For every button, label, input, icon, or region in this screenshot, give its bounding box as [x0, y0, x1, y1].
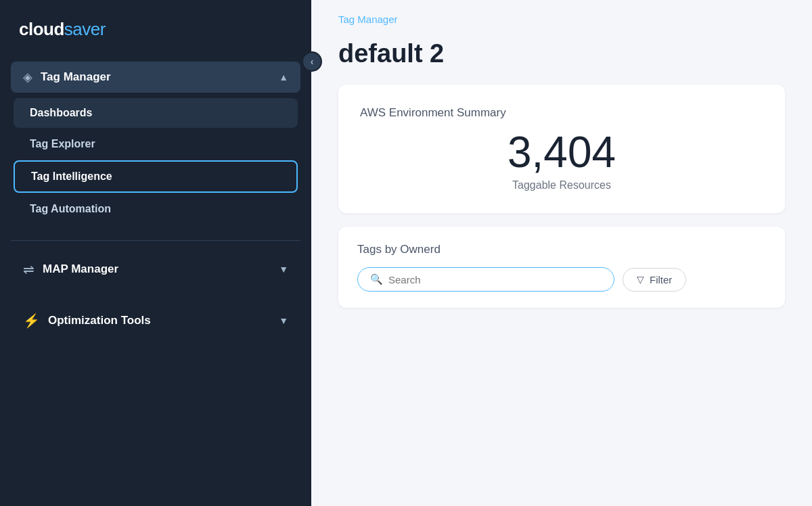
content-area: AWS Environment Summary 3,404 Taggable R… — [311, 85, 812, 308]
map-manager-section: ⇌ MAP Manager ▼ — [0, 246, 311, 298]
tag-manager-label: Tag Manager — [41, 70, 111, 84]
optimization-tools-section: ⚡ Optimization Tools ▼ — [0, 298, 311, 349]
search-input[interactable] — [388, 274, 602, 285]
tags-by-owner-title: Tags by Ownerd — [357, 243, 766, 256]
map-manager-group-header[interactable]: ⇌ MAP Manager ▼ — [11, 252, 300, 287]
aws-environment-summary-card: AWS Environment Summary 3,404 Taggable R… — [338, 85, 785, 213]
sidebar-collapse-button[interactable]: ‹ — [302, 51, 322, 72]
search-filter-row: 🔍 ▽ Filter — [357, 267, 766, 292]
optimization-tools-icon: ⚡ — [23, 313, 40, 329]
collapse-icon: ‹ — [311, 56, 314, 67]
tag-manager-chevron-icon: ▲ — [279, 72, 288, 83]
map-manager-label: MAP Manager — [43, 262, 118, 276]
page-title: default 2 — [311, 32, 812, 85]
tag-manager-sub-items: Dashboards Tag Explorer Tag Intelligence… — [11, 95, 300, 227]
tag-manager-group-header[interactable]: ◈ Tag Manager ▲ — [11, 62, 300, 93]
tag-manager-section: ◈ Tag Manager ▲ Dashboards Tag Explorer … — [0, 56, 311, 235]
aws-summary-number: 3,404 — [508, 131, 616, 174]
breadcrumb-text: Tag Manager — [338, 14, 398, 25]
optimization-tools-group-header[interactable]: ⚡ Optimization Tools ▼ — [11, 303, 300, 338]
search-icon: 🔍 — [370, 273, 383, 285]
sidebar-item-tag-automation[interactable]: Tag Automation — [14, 194, 298, 224]
aws-summary-sublabel: Taggable Resources — [512, 179, 611, 191]
sidebar-item-tag-explorer[interactable]: Tag Explorer — [14, 129, 298, 159]
tag-manager-icon: ◈ — [23, 70, 32, 85]
aws-summary-title: AWS Environment Summary — [360, 106, 506, 120]
nav-divider-1 — [11, 240, 300, 241]
sidebar: cloudsaver ‹ ◈ Tag Manager ▲ Dashboards … — [0, 0, 311, 506]
main-content: Tag Manager default 2 AWS Environment Su… — [311, 0, 812, 506]
logo-area: cloudsaver — [0, 0, 311, 56]
map-manager-icon: ⇌ — [23, 261, 35, 277]
map-manager-chevron-icon: ▼ — [279, 264, 288, 275]
search-box[interactable]: 🔍 — [357, 267, 614, 292]
filter-button[interactable]: ▽ Filter — [623, 268, 686, 292]
filter-icon: ▽ — [637, 274, 644, 285]
breadcrumb: Tag Manager — [311, 0, 812, 32]
tags-by-owner-card: Tags by Ownerd 🔍 ▽ Filter — [338, 227, 785, 308]
filter-label: Filter — [650, 274, 672, 285]
optimization-tools-label: Optimization Tools — [48, 314, 151, 327]
logo-bold: cloud — [19, 19, 64, 39]
app-logo: cloudsaver — [19, 19, 106, 40]
sidebar-item-dashboards[interactable]: Dashboards — [14, 98, 298, 128]
logo-accent: saver — [64, 19, 106, 39]
sidebar-item-tag-intelligence[interactable]: Tag Intelligence — [14, 160, 298, 193]
optimization-tools-chevron-icon: ▼ — [279, 315, 288, 326]
